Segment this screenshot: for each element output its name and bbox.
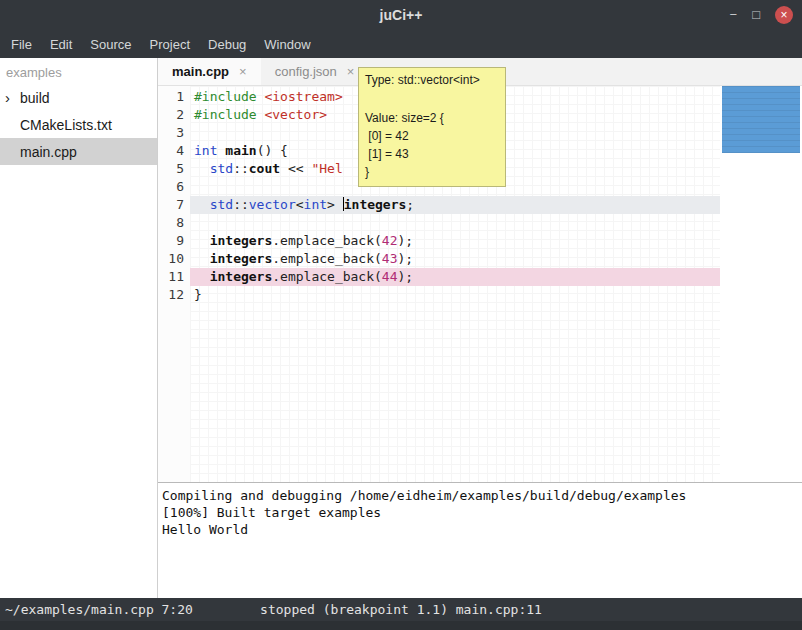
line-number[interactable]: 8 — [158, 214, 190, 232]
tab-config-json[interactable]: config.json× — [261, 58, 369, 85]
line-number[interactable]: 12 — [158, 286, 190, 304]
code-token — [194, 161, 210, 176]
tab-main-cpp[interactable]: main.cpp× — [158, 58, 261, 85]
expander-icon[interactable]: › — [5, 90, 20, 105]
app-window: juCi++ − □ × FileEditSourceProjectDebugW… — [0, 0, 802, 630]
line-number[interactable]: 9 — [158, 232, 190, 250]
project-name: examples — [0, 58, 157, 84]
code-token: << — [280, 161, 311, 176]
file-label: CMakeLists.txt — [20, 117, 112, 133]
code-token: std — [210, 197, 233, 212]
status-bar: ~/examples/main.cpp 7:20 stopped (breakp… — [0, 598, 802, 621]
line-number[interactable]: 4 — [158, 142, 190, 160]
code-token — [194, 251, 210, 266]
debug-tooltip: Type: std::vector<int> Value: size=2 { [… — [358, 67, 506, 187]
tab-close-icon[interactable]: × — [239, 64, 247, 79]
code-token: integers — [210, 269, 273, 284]
code-token: } — [194, 287, 202, 302]
code-line[interactable]: std::vector<int> integers; — [190, 196, 720, 214]
menu-item-project[interactable]: Project — [141, 32, 199, 57]
file-sidebar: examples ›buildCMakeLists.txtmain.cpp — [0, 58, 158, 598]
code-line[interactable]: integers.emplace_back(44); — [190, 268, 720, 286]
line-number[interactable]: 2 — [158, 106, 190, 124]
code-line[interactable] — [190, 214, 720, 232]
code-token: integers — [210, 251, 273, 266]
menu-item-source[interactable]: Source — [81, 32, 140, 57]
window-edge — [0, 621, 802, 630]
code-token: #include — [194, 107, 257, 122]
code-line[interactable]: integers.emplace_back(43); — [190, 250, 720, 268]
code-token: () { — [257, 143, 288, 158]
file-tree: ›buildCMakeLists.txtmain.cpp — [0, 84, 157, 165]
line-number[interactable]: 11 — [158, 268, 190, 286]
code-token: .emplace_back( — [272, 233, 382, 248]
tab-close-icon[interactable]: × — [347, 64, 355, 79]
maximize-button[interactable]: □ — [752, 6, 760, 24]
code-token: > — [327, 197, 343, 212]
code-token: cout — [249, 161, 280, 176]
output-line: Hello World — [162, 521, 798, 538]
line-number[interactable]: 10 — [158, 250, 190, 268]
output-console[interactable]: Compiling and debugging /home/eidheim/ex… — [158, 482, 802, 598]
code-token: 44 — [382, 269, 398, 284]
tab-label: main.cpp — [172, 64, 229, 79]
line-number[interactable]: 7 — [158, 196, 190, 214]
menu-item-window[interactable]: Window — [255, 32, 319, 57]
code-token: std — [210, 161, 233, 176]
line-number[interactable]: 1 — [158, 88, 190, 106]
code-token: <vector> — [264, 107, 327, 122]
code-token: :: — [233, 197, 249, 212]
file-label: build — [20, 90, 50, 106]
line-number-gutter[interactable]: 123456789101112 — [158, 86, 190, 482]
code-token: ); — [398, 269, 414, 284]
minimize-button[interactable]: − — [730, 6, 738, 24]
code-token: vector — [249, 197, 296, 212]
code-token: "Hel — [311, 161, 342, 176]
file-label: main.cpp — [20, 144, 77, 160]
code-token — [194, 197, 210, 212]
overview-column — [720, 86, 802, 482]
code-token: < — [296, 197, 304, 212]
tab-label: config.json — [275, 64, 337, 79]
menu-bar: FileEditSourceProjectDebugWindow — [0, 30, 802, 58]
code-token: 43 — [382, 251, 398, 266]
tooltip-value-line: } — [365, 163, 499, 181]
close-button[interactable]: × — [775, 6, 793, 24]
code-token: .emplace_back( — [272, 251, 382, 266]
menu-item-debug[interactable]: Debug — [199, 32, 255, 57]
code-token: int — [194, 143, 217, 158]
code-token: ; — [406, 197, 414, 212]
code-token: <iostream> — [264, 89, 342, 104]
overview-scrollbar[interactable] — [722, 86, 800, 153]
tooltip-value: Value: size=2 { [0] = 42 [1] = 43} — [365, 109, 499, 181]
code-token — [194, 269, 210, 284]
tooltip-value-line: Value: size=2 { — [365, 109, 499, 127]
code-line[interactable]: } — [190, 286, 720, 304]
sidebar-item-build[interactable]: ›build — [0, 84, 157, 111]
code-token: main — [225, 143, 256, 158]
status-file-position: ~/examples/main.cpp 7:20 — [5, 602, 193, 617]
menu-item-file[interactable]: File — [2, 32, 41, 57]
code-token: integers — [344, 197, 407, 212]
sidebar-item-cmakelists-txt[interactable]: CMakeLists.txt — [0, 111, 157, 138]
line-number[interactable]: 5 — [158, 160, 190, 178]
line-number[interactable]: 3 — [158, 124, 190, 142]
code-token: #include — [194, 89, 257, 104]
sidebar-item-main-cpp[interactable]: main.cpp — [0, 138, 157, 165]
code-token: ); — [398, 251, 414, 266]
window-controls: − □ × — [730, 6, 802, 24]
code-token: .emplace_back( — [272, 269, 382, 284]
code-line[interactable]: integers.emplace_back(42); — [190, 232, 720, 250]
output-line: [100%] Built target examples — [162, 504, 798, 521]
code-token: 42 — [382, 233, 398, 248]
tooltip-value-line: [0] = 42 — [365, 127, 499, 145]
code-token: int — [304, 197, 327, 212]
line-number[interactable]: 6 — [158, 178, 190, 196]
menu-item-edit[interactable]: Edit — [41, 32, 81, 57]
code-token: integers — [210, 233, 273, 248]
code-token: ); — [398, 233, 414, 248]
status-debug-state: stopped (breakpoint 1.1) main.cpp:11 — [260, 602, 542, 617]
window-title: juCi++ — [0, 7, 802, 23]
tooltip-type-line: Type: std::vector<int> — [365, 73, 499, 88]
titlebar: juCi++ − □ × — [0, 0, 802, 30]
